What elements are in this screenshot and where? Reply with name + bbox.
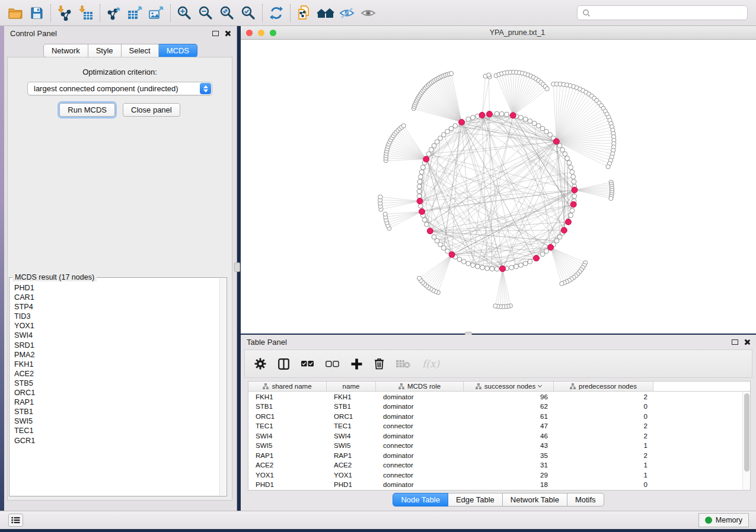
column-header-predecessor-nodes[interactable]: predecessor nodes [554,382,653,391]
tab-edge-table[interactable]: Edge Table [448,493,503,507]
tab-select[interactable]: Select [122,44,159,57]
tab-mcds[interactable]: MCDS [159,44,197,57]
eye-icon [360,6,377,20]
tab-network[interactable]: Network [43,44,88,57]
table-settings-button[interactable] [254,358,266,370]
save-session-button[interactable] [26,3,47,23]
table-row[interactable]: STB1STB1dominator620 [248,402,750,412]
zoom-out-button[interactable] [195,3,216,23]
show-all-button[interactable] [358,3,379,23]
table-cell: SWI4 [248,432,327,440]
deselect-all-rows-button[interactable] [326,361,339,367]
mcds-result-item[interactable]: ORC1 [14,388,227,398]
mcds-result-item[interactable]: CAR1 [14,293,227,302]
search-field[interactable] [577,5,748,20]
table-row[interactable]: SWI5SWI5connector431 [248,441,750,451]
column-header-mcds-role[interactable]: MCDS role [376,382,464,391]
close-panel-icon[interactable] [224,30,231,37]
import-table-icon [78,5,94,21]
toolbar-separator [170,4,171,22]
table-cell: FKH1 [248,393,327,400]
network-window-titlebar[interactable]: YPA_prune.txt_1 [241,26,756,40]
memory-status-icon [705,517,712,524]
table-row[interactable]: ORC1ORC1dominator610 [248,411,750,421]
sort-chevron-icon [538,383,542,387]
mcds-result-item[interactable]: SRD1 [14,341,227,350]
mcds-result-item[interactable]: SWI5 [14,416,227,426]
mcds-result-item[interactable]: TEC1 [14,426,227,435]
mcds-result-item[interactable]: GCR1 [14,436,227,446]
table-cell: dominator [376,451,464,459]
add-column-button[interactable] [351,358,362,370]
column-header-shared-name[interactable]: shared name [248,382,327,391]
mcds-result-item[interactable]: YOX1 [14,321,227,331]
export-image-button[interactable] [146,3,167,23]
import-table-button[interactable] [75,3,97,23]
close-table-panel-icon[interactable] [744,339,750,345]
zoom-out-icon [198,5,213,21]
table-row[interactable]: SWI4SWI4dominator462 [248,431,750,441]
checked-boxes-icon [301,361,314,367]
table-row[interactable]: RAP1RAP1dominator352 [248,450,750,460]
task-history-button[interactable] [8,514,23,527]
memory-button[interactable]: Memory [698,513,749,527]
column-header-name[interactable]: name [327,382,376,391]
first-neighbors-button[interactable] [315,3,336,23]
zoom-fit-button[interactable] [216,3,238,23]
mcds-result-item[interactable]: ACE2 [14,369,227,379]
select-all-rows-button[interactable] [301,361,314,367]
window-close-icon[interactable] [246,30,253,36]
tab-motifs[interactable]: Motifs [567,493,604,507]
table-cell: 0 [554,402,653,410]
float-table-panel-icon[interactable] [732,339,738,345]
mcds-result-item[interactable]: TID3 [14,312,227,321]
mcds-result-item[interactable]: STB5 [14,379,227,388]
zoom-in-button[interactable] [174,3,195,23]
mcds-result-item[interactable]: FKH1 [14,360,227,369]
hide-selected-button[interactable] [336,3,358,23]
mcds-result-item[interactable]: STP4 [14,302,227,312]
table-row[interactable]: FKH1FKH1dominator962 [248,392,750,402]
mcds-list-scrollbar[interactable] [219,278,226,495]
shared-column-icon [263,383,269,389]
tab-style[interactable]: Style [88,44,122,57]
open-file-button[interactable] [5,3,26,23]
search-input[interactable] [591,9,747,17]
export-network-button[interactable] [103,3,125,23]
network-graph[interactable] [241,40,756,334]
mcds-result-list[interactable]: PHD1CAR1STP4TID3YOX1SWI4SRD1PMA2FKH1ACE2… [9,278,227,496]
table-scrollbar[interactable] [742,392,750,490]
delete-column-button[interactable] [374,358,384,370]
table-row[interactable]: ACE2ACE2connector311 [248,460,750,470]
table-cell: 29 [464,471,554,479]
table-row[interactable]: TEC1TEC1connector472 [248,421,750,431]
export-table-button[interactable] [125,3,146,23]
mcds-result-item[interactable]: STB1 [14,407,227,416]
mcds-result-item[interactable]: RAP1 [14,398,227,407]
table-cell: 96 [464,393,554,400]
table-row[interactable]: YOX1YOX1connector291 [248,470,750,480]
table-row[interactable]: PHD1PHD1dominator180 [248,480,750,490]
table-panel-title: Table Panel [247,338,732,347]
float-panel-icon[interactable] [212,31,219,36]
vertical-splitter-handle[interactable] [234,262,240,272]
mcds-result-item[interactable]: PMA2 [14,350,227,360]
network-canvas[interactable] [241,40,756,334]
tab-network-table[interactable]: Network Table [503,493,567,507]
column-visibility-button[interactable] [278,358,289,370]
table-scrollbar-thumb[interactable] [744,393,749,472]
toolbar-separator [100,4,100,22]
table-cell: PHD1 [327,480,376,488]
tab-node-table[interactable]: Node Table [393,493,448,507]
apply-layout-button[interactable] [266,3,287,23]
mcds-result-item[interactable]: PHD1 [14,283,227,293]
run-mcds-button[interactable]: Run MCDS [59,103,115,117]
zoom-selected-button[interactable] [238,3,259,23]
save-floppy-icon [30,6,44,20]
import-network-button[interactable] [54,3,75,23]
column-header-successor-nodes[interactable]: successor nodes [464,382,554,391]
mcds-result-item[interactable]: SWI4 [14,331,227,340]
new-network-from-selection-button[interactable] [294,3,315,23]
close-panel-button[interactable]: Close panel [123,103,180,117]
criterion-dropdown[interactable]: largest connected component (undirected) [27,82,212,95]
